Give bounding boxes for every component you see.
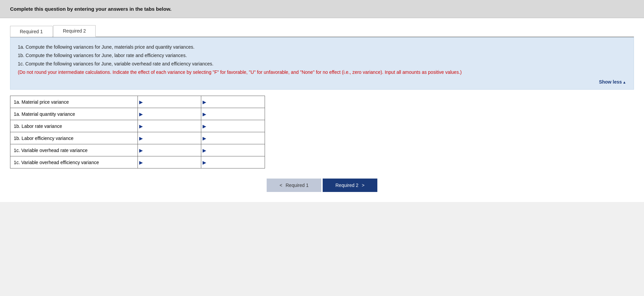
row-6-label: 1c. Variable overhead efficiency varianc…	[10, 156, 138, 168]
table-row: 1a. Material price variance ▶ ▶	[10, 96, 265, 108]
tab-required2[interactable]: Required 2	[53, 25, 96, 37]
info-line-2: 1b. Compute the following variances for …	[18, 52, 626, 59]
row-3-input1[interactable]: ▶	[138, 120, 201, 132]
show-less-link[interactable]: Show less▲	[599, 80, 626, 85]
row-6-value2-input[interactable]	[205, 158, 261, 166]
row-3-value1-input[interactable]	[141, 122, 198, 130]
row-4-value1-input[interactable]	[141, 134, 198, 142]
prev-button[interactable]: < Required 1	[267, 179, 321, 192]
row-3-arrow2-icon: ▶	[203, 124, 206, 129]
row-4-label: 1b. Labor efficiency variance	[10, 132, 138, 144]
row-4-input2[interactable]: ▶	[201, 132, 265, 144]
info-red-note: (Do not round your intermediate calculat…	[18, 69, 626, 76]
row-5-arrow1-icon: ▶	[139, 148, 143, 153]
row-3-label: 1b. Labor rate variance	[10, 120, 138, 132]
next-button[interactable]: Required 2 >	[323, 179, 377, 192]
row-5-value2-input[interactable]	[205, 146, 261, 154]
row-4-arrow1-icon: ▶	[139, 136, 143, 141]
header-bar: Complete this question by entering your …	[0, 0, 644, 18]
row-4-value2-input[interactable]	[205, 134, 261, 142]
table-row: 1a. Material quantity variance ▶ ▶	[10, 108, 265, 120]
row-2-label: 1a. Material quantity variance	[10, 108, 138, 120]
row-5-input1[interactable]: ▶	[138, 144, 201, 156]
show-less-label: Show less	[599, 79, 622, 85]
row-2-arrow2-icon: ▶	[203, 111, 206, 116]
row-6-input1[interactable]: ▶	[138, 156, 201, 168]
next-button-label: Required 2	[335, 183, 359, 188]
row-1-input1[interactable]: ▶	[138, 96, 201, 108]
info-line-1: 1a. Compute the following variances for …	[18, 44, 626, 51]
row-5-input2[interactable]: ▶	[201, 144, 265, 156]
table-row: 1b. Labor efficiency variance ▶ ▶	[10, 132, 265, 144]
row-1-value1-input[interactable]	[141, 98, 198, 106]
tabs-row: Required 1 Required 2	[10, 18, 634, 37]
prev-chevron-icon: <	[279, 183, 282, 188]
info-box: 1a. Compute the following variances for …	[10, 37, 634, 90]
show-less-container: Show less▲	[18, 79, 626, 85]
info-line-3: 1c. Compute the following variances for …	[18, 60, 626, 67]
row-1-input2[interactable]: ▶	[201, 96, 265, 108]
row-1-arrow1-icon: ▶	[139, 99, 143, 104]
row-2-input1[interactable]: ▶	[138, 108, 201, 120]
show-less-arrow-icon: ▲	[623, 80, 626, 84]
row-5-label: 1c. Variable overhead rate variance	[10, 144, 138, 156]
variance-table: 1a. Material price variance ▶ ▶ 1a. Mate…	[10, 96, 265, 168]
tab-required2-label: Required 2	[63, 28, 86, 34]
next-chevron-icon: >	[362, 183, 364, 188]
row-6-value1-input[interactable]	[141, 158, 198, 166]
row-4-input1[interactable]: ▶	[138, 132, 201, 144]
table-row: 1b. Labor rate variance ▶ ▶	[10, 120, 265, 132]
page-wrapper: Complete this question by entering your …	[0, 0, 644, 296]
prev-button-label: Required 1	[286, 183, 309, 188]
table-row: 1c. Variable overhead rate variance ▶ ▶	[10, 144, 265, 156]
row-3-input2[interactable]: ▶	[201, 120, 265, 132]
row-1-arrow2-icon: ▶	[203, 99, 206, 104]
row-2-value2-input[interactable]	[205, 110, 261, 118]
row-3-arrow1-icon: ▶	[139, 124, 143, 129]
tab-required1[interactable]: Required 1	[10, 26, 53, 37]
row-6-input2[interactable]: ▶	[201, 156, 265, 168]
page-title: Complete this question by entering your …	[10, 6, 171, 12]
main-content: Required 1 Required 2 1a. Compute the fo…	[0, 18, 644, 202]
tab-required1-label: Required 1	[20, 29, 43, 34]
row-1-label: 1a. Material price variance	[10, 96, 138, 108]
row-6-arrow2-icon: ▶	[203, 160, 206, 165]
row-4-arrow2-icon: ▶	[203, 136, 206, 141]
row-5-value1-input[interactable]	[141, 146, 198, 154]
row-2-value1-input[interactable]	[141, 110, 198, 118]
row-6-arrow1-icon: ▶	[139, 160, 143, 165]
row-1-value2-input[interactable]	[205, 98, 261, 106]
table-row: 1c. Variable overhead efficiency varianc…	[10, 156, 265, 168]
row-5-arrow2-icon: ▶	[203, 148, 206, 153]
row-2-input2[interactable]: ▶	[201, 108, 265, 120]
row-3-value2-input[interactable]	[205, 122, 261, 130]
row-2-arrow1-icon: ▶	[139, 111, 143, 116]
bottom-nav: < Required 1 Required 2 >	[10, 179, 634, 192]
